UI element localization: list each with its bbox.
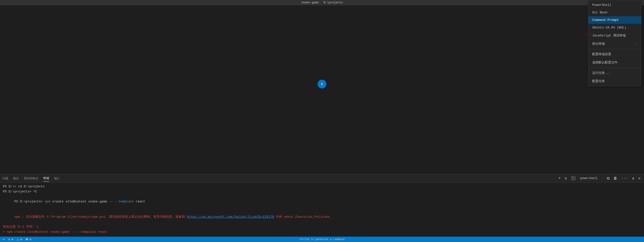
avatar-icon: ⬆	[318, 80, 326, 88]
terminal-line-4: npm : 无法加载文件 C:\Program Files\nodejs\npm…	[3, 210, 641, 224]
split-terminal-button[interactable]: ⧉	[606, 176, 610, 181]
menu-separator-1	[588, 49, 641, 49]
terminal-line-1: PS D:\> cd D:\projects	[3, 184, 641, 189]
editor-area	[0, 5, 644, 174]
menu-item-gitbash[interactable]: Git Bash	[588, 9, 641, 16]
menu-item-configtask[interactable]: 配置任务	[588, 77, 641, 85]
status-left: ✕ ⊘ 0 △ 0 ⛃ 0	[2, 238, 32, 241]
terminal-line-7: + ~~~	[3, 235, 641, 237]
menu-item-commandprompt[interactable]: Command Prompt	[588, 16, 641, 24]
tab-problems[interactable]: 问题	[2, 176, 8, 182]
title-bar: snake-game D:\projects	[301, 1, 343, 4]
menu-item-selectdefault[interactable]: 选择默认配置文件	[588, 58, 641, 66]
terminal-content: PS D:\> cd D:\projects PS D:\projects> ^…	[0, 183, 644, 237]
terminal-icon-badge[interactable]: ⬛	[570, 176, 577, 181]
status-info[interactable]: ⛃ 0	[25, 238, 32, 241]
tab-output[interactable]: 输出	[13, 176, 19, 182]
collapse-terminal-button[interactable]: ∧	[631, 176, 636, 181]
terminal-toolbar: + ∨ ⬛ powershell ↑ ⧉ 🗑 ··· ∧ ✕	[558, 176, 642, 181]
menu-item-configterm[interactable]: 配置终端设置	[588, 50, 641, 58]
menu-item-powershell[interactable]: PowerShell	[588, 1, 641, 9]
more-options-button[interactable]: ···	[620, 176, 629, 181]
menu-item-runtask[interactable]: 运行任务...	[588, 69, 641, 77]
status-hint: Ctrl+K to generate a command	[300, 238, 344, 241]
red-arrow-up-icon: ↑	[601, 176, 604, 181]
delete-terminal-button[interactable]: 🗑	[612, 176, 618, 181]
terminal-dropdown-menu: PowerShell Git Bash Command Prompt Ubunt…	[588, 0, 642, 86]
top-bar: snake-game D:\projects	[0, 0, 644, 5]
menu-item-split[interactable]: 拆分终端 ›	[588, 40, 641, 48]
status-bar: ✕ ⊘ 0 △ 0 ⛃ 0 Ctrl+K to generate a comma…	[0, 237, 644, 242]
menu-separator-2	[588, 68, 641, 68]
add-terminal-button[interactable]: +	[558, 176, 562, 181]
tab-debugconsole[interactable]: 调试控制台	[24, 176, 38, 182]
powershell-label[interactable]: powershell	[579, 176, 599, 180]
terminal-tabs-bar: 问题 输出 调试控制台 终端 端口 + ∨ ⬛ powershell ↑ ⧉ 🗑…	[0, 174, 644, 183]
terminal-line-3: PS D:\projects> npm create vite@latest s…	[3, 194, 641, 210]
submenu-arrow-icon: ›	[636, 42, 638, 45]
terminal-panel: 问题 输出 调试控制台 终端 端口 + ∨ ⬛ powershell ↑ ⧉ 🗑…	[0, 174, 644, 237]
tab-ports[interactable]: 端口	[54, 176, 60, 182]
terminal-line-2: PS D:\projects> ^C	[3, 189, 641, 194]
red-arrow-right-icon: →	[584, 31, 588, 38]
close-terminal-button[interactable]: ✕	[637, 176, 642, 181]
status-remote-icon[interactable]: ✕	[2, 238, 6, 241]
tab-terminal[interactable]: 终端	[43, 175, 49, 182]
menu-item-ubuntu[interactable]: Ubuntu-18.04 (WSL)	[588, 24, 641, 31]
terminal-line-5: 所在位置 行:1 字符: 1	[3, 224, 641, 230]
project-path: D:\projects	[324, 1, 343, 4]
terminal-line-6: + npm create vite@latest snake-game -- -…	[3, 230, 641, 235]
terminal-dropdown-button[interactable]: ∨	[564, 176, 568, 181]
project-name: snake-game	[301, 1, 318, 4]
status-errors[interactable]: ⊘ 0	[8, 238, 14, 241]
menu-item-jsdebug[interactable]: JavaScript 调试终端	[588, 31, 641, 40]
status-warnings[interactable]: △ 0	[16, 238, 23, 241]
